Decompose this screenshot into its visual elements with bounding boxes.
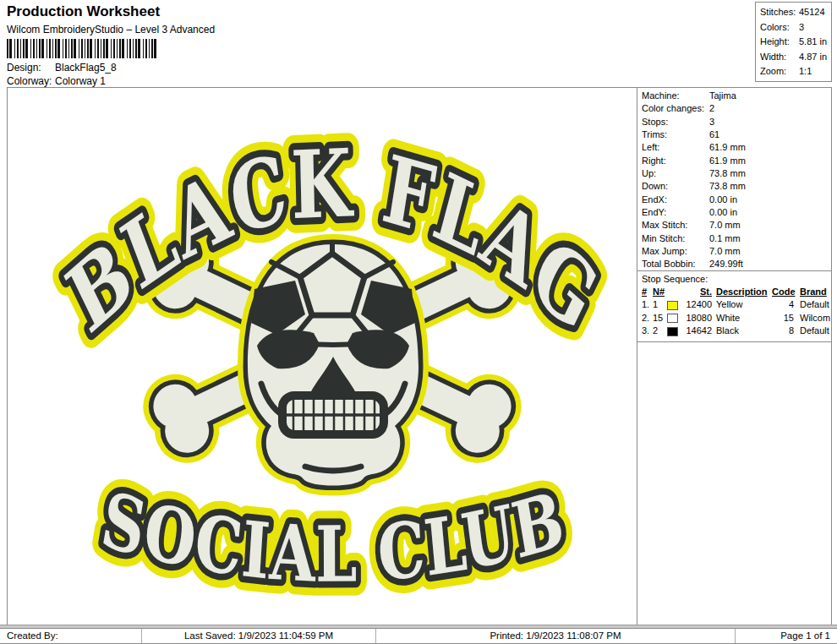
machine-info-label: Color changes:	[642, 102, 709, 115]
machine-info-row: Max Stitch:7.0 mm	[642, 219, 831, 232]
stats-row: Height:5.81 in	[760, 35, 831, 50]
stats-row: Width:4.87 in	[760, 50, 831, 65]
stats-label: Width:	[760, 50, 799, 65]
stop-sequence-header: #N#St.DescriptionCodeBrand	[642, 286, 831, 298]
thread-color-swatch	[667, 314, 678, 323]
machine-info-value: 7.0 mm	[709, 220, 741, 230]
machine-info-label: Min Stitch:	[642, 232, 709, 245]
machine-info-label: Trims:	[642, 128, 709, 141]
stats-value: 45124	[799, 7, 825, 17]
machine-info-label: Down:	[642, 180, 709, 193]
machine-info-value: Tajima	[709, 90, 736, 101]
machine-info-label: EndY:	[642, 206, 709, 219]
machine-info-value: 73.8 mm	[709, 168, 746, 178]
machine-info-row: Left:61.9 mm	[642, 141, 831, 154]
machine-info-row: Total Bobbin:249.99ft	[642, 258, 831, 270]
colorway-value: Colorway 1	[55, 75, 106, 87]
stats-label: Zoom:	[760, 64, 799, 79]
machine-info-label: Total Bobbin:	[642, 258, 709, 270]
machine-info-label: Up:	[642, 167, 709, 180]
machine-info-row: Stops:3	[642, 116, 831, 128]
machine-info-value: 61	[709, 129, 719, 139]
machine-info-label: Max Jump:	[642, 245, 709, 258]
created-by: Created By:	[0, 629, 142, 643]
machine-info-value: 61.9 mm	[709, 142, 746, 152]
machine-info-value: 7.0 mm	[709, 246, 741, 256]
last-saved: Last Saved: 1/9/2023 11:04:59 PM	[142, 629, 376, 643]
stats-label: Stitches:	[760, 5, 799, 20]
machine-info-panel: Machine:Tajima Color changes:2 Stops:3 T…	[637, 88, 831, 271]
machine-info-value: 0.00 in	[709, 207, 737, 217]
machine-info-row: EndY:0.00 in	[642, 206, 831, 219]
design-label: Design:	[7, 62, 55, 74]
machine-info-label: Left:	[642, 141, 709, 154]
machine-info-value: 249.99ft	[709, 259, 743, 269]
embroidery-artwork: BLACK FLAG BLACK FLAG BLACK FLAG SOCIAL …	[8, 88, 637, 627]
stats-value: 1:1	[799, 66, 812, 76]
stats-row: Colors:3	[760, 20, 831, 35]
machine-info-row: Up:73.8 mm	[642, 167, 831, 180]
machine-info-value: 0.00 in	[709, 194, 737, 205]
design-name-row: Design:BlackFlag5_8	[7, 62, 117, 74]
stats-value: 3	[799, 22, 804, 32]
stop-sequence-rows: 1.112400Yellow4Default 2.1518080White15W…	[642, 298, 831, 337]
machine-info-value: 73.8 mm	[709, 181, 746, 191]
stop-sequence-panel: Stop Sequence: #N#St.DescriptionCodeBran…	[637, 271, 831, 342]
colorway-label: Colorway:	[7, 75, 55, 87]
page-indicator: Page 1 of 1	[736, 629, 837, 643]
page-title: Production Worksheet	[7, 3, 160, 20]
info-panel: Machine:Tajima Color changes:2 Stops:3 T…	[637, 87, 832, 628]
stop-sequence-row: 2.1518080White15Wilcom	[642, 312, 831, 325]
barcode	[7, 39, 156, 58]
machine-info-value: 3	[709, 117, 714, 127]
app-subtitle: Wilcom EmbroideryStudio – Level 3 Advanc…	[7, 24, 215, 35]
design-canvas: BLACK FLAG BLACK FLAG BLACK FLAG SOCIAL …	[7, 87, 637, 628]
machine-info-label: EndX:	[642, 194, 709, 206]
machine-info-row: EndX:0.00 in	[642, 194, 831, 206]
stats-value: 4.87 in	[799, 52, 827, 62]
stop-sequence-title: Stop Sequence:	[642, 273, 831, 286]
machine-info-label: Stops:	[642, 116, 709, 128]
stats-row: Stitches:45124	[760, 5, 831, 20]
colorway-row: Colorway:Colorway 1	[7, 75, 106, 87]
thread-color-swatch	[667, 301, 678, 310]
machine-info-row: Right:61.9 mm	[642, 155, 831, 167]
machine-info-value: 0.1 mm	[709, 233, 741, 243]
machine-info-row: Max Jump:7.0 mm	[642, 245, 831, 258]
printed-timestamp: Printed: 1/9/2023 11:08:07 PM	[376, 629, 736, 643]
thread-color-swatch	[667, 327, 678, 336]
stats-value: 5.81 in	[799, 36, 827, 46]
skull-icon	[248, 243, 418, 486]
machine-info-row: Trims:61	[642, 128, 831, 141]
machine-info-row: Min Stitch:0.1 mm	[642, 232, 831, 245]
machine-info-row: Machine:Tajima	[642, 90, 831, 102]
stats-row: Zoom:1:1	[760, 64, 831, 79]
machine-info-value: 2	[709, 103, 714, 113]
machine-info-label: Max Stitch:	[642, 219, 709, 232]
design-value: BlackFlag5_8	[55, 62, 117, 74]
stats-label: Colors:	[760, 20, 799, 35]
stop-sequence-row: 3.214642Black8Default	[642, 325, 831, 337]
mouth	[282, 396, 384, 434]
machine-info-row: Color changes:2	[642, 102, 831, 115]
footer: Created By: Last Saved: 1/9/2023 11:04:5…	[0, 625, 837, 644]
machine-info-label: Machine:	[642, 90, 709, 102]
machine-info-value: 61.9 mm	[709, 156, 746, 166]
stop-sequence-row: 1.112400Yellow4Default	[642, 298, 831, 311]
design-stats-panel: Stitches:45124 Colors:3 Height:5.81 in W…	[755, 2, 832, 82]
stats-label: Height:	[760, 35, 799, 50]
machine-info-label: Right:	[642, 155, 709, 167]
machine-info-row: Down:73.8 mm	[642, 180, 831, 193]
